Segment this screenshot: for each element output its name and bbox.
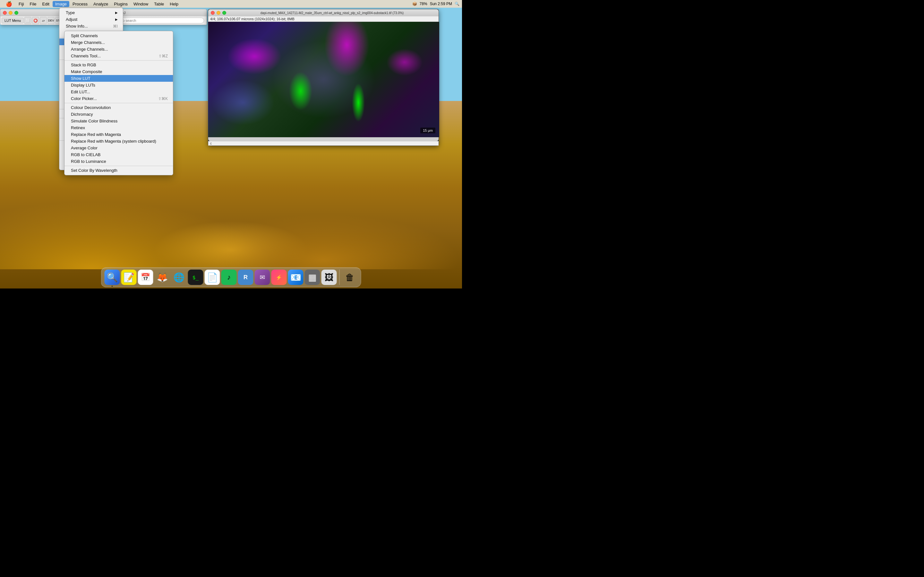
color-menu-edit-lut[interactable]: Edit LUT... bbox=[65, 89, 173, 95]
color-menu-retinex[interactable]: Retinex bbox=[65, 124, 173, 131]
image-footer: c bbox=[208, 141, 439, 145]
image-title: dapi-muted_MAX_142711-M2_male_35um_ctrl-… bbox=[228, 11, 436, 15]
dock-separator bbox=[339, 269, 340, 285]
dock-chrome[interactable]: 🌐 bbox=[171, 269, 187, 285]
dock-finder[interactable]: 🔍 bbox=[105, 269, 120, 285]
dock-rstudio[interactable]: R bbox=[238, 269, 254, 285]
dock-calendar[interactable]: 📅 bbox=[138, 269, 153, 285]
color-menu-stack-to-rgb[interactable]: Stack to RGB bbox=[65, 61, 173, 68]
color-menu-replace-red-magenta-clipboard[interactable]: Replace Red with Magenta (system clipboa… bbox=[65, 138, 173, 145]
color-menu-rgb-to-luminance[interactable]: RGB to Luminance bbox=[65, 158, 173, 165]
datetime-display: Sun 2:59 PM bbox=[430, 2, 452, 6]
minimize-button[interactable] bbox=[9, 11, 13, 15]
color-menu-average-color[interactable]: Average Color bbox=[65, 145, 173, 151]
files-icon: 📄 bbox=[207, 272, 218, 283]
trash-icon: 🗑 bbox=[346, 272, 355, 283]
dock-app1[interactable]: ✉ bbox=[255, 269, 270, 285]
color-menu-rgb-to-cielab[interactable]: RGB to CIELAB bbox=[65, 151, 173, 158]
jetbrains-icon: ⚡ bbox=[276, 274, 282, 280]
mail-icon: 📧 bbox=[290, 272, 301, 283]
rstudio-icon: R bbox=[244, 274, 248, 281]
color-menu-display-luts[interactable]: Display LUTs bbox=[65, 82, 173, 89]
calendar-icon: 📅 bbox=[141, 273, 150, 282]
menubar-table[interactable]: Table bbox=[152, 1, 166, 7]
image-info-bar: 4/4; 106.07x106.07 microns (1024x1024); … bbox=[208, 16, 439, 22]
desert-hills bbox=[0, 173, 462, 269]
dock-mail[interactable]: 📧 bbox=[288, 269, 304, 285]
color-submenu: Split Channels Merge Channels... Arrange… bbox=[64, 31, 173, 175]
lut-menu-button[interactable]: LUT Menu bbox=[2, 18, 24, 23]
close-button[interactable] bbox=[3, 11, 7, 15]
terminal-icon: $_ bbox=[192, 274, 199, 280]
dock-jetbrains[interactable]: ⚡ bbox=[271, 269, 287, 285]
menu-item-type[interactable]: Type ▶ bbox=[59, 9, 123, 16]
dock-spotify[interactable]: ♪ bbox=[221, 269, 237, 285]
color-menu-colour-deconvolution[interactable]: Colour Deconvolution bbox=[65, 104, 173, 111]
toolbar-poly-select[interactable]: ▱ bbox=[40, 17, 47, 24]
menubar-edit[interactable]: Edit bbox=[40, 1, 52, 7]
dock-app2[interactable]: ▦ bbox=[305, 269, 320, 285]
menubar-left: 🍎 Fiji File Edit Image Process Analyze P… bbox=[3, 0, 181, 8]
dock-terminal[interactable]: $_ bbox=[188, 269, 204, 285]
image-maximize-button[interactable] bbox=[222, 11, 226, 15]
color-menu-color-picker[interactable]: Color Picker... ⇧⌘K bbox=[65, 95, 173, 102]
menubar-plugins[interactable]: Plugins bbox=[111, 1, 130, 7]
dock-firefox[interactable]: 🦊 bbox=[155, 269, 170, 285]
color-menu-arrange-channels[interactable]: Arrange Channels... bbox=[65, 46, 173, 53]
color-menu-dichromacy[interactable]: Dichromacy bbox=[65, 111, 173, 118]
menubar-help[interactable]: Help bbox=[167, 1, 181, 7]
app1-icon: ✉ bbox=[260, 274, 265, 281]
color-menu-channels-tool[interactable]: Channels Tool... ⇧⌘Z bbox=[65, 53, 173, 59]
battery-status: 78% bbox=[420, 2, 427, 6]
color-menu-simulate-color-blindness[interactable]: Simulate Color Blindness bbox=[65, 118, 173, 124]
menubar-right: 📦 78% Sun 2:59 PM 🔍 bbox=[412, 2, 459, 6]
scale-bar: 15 μm bbox=[420, 127, 435, 133]
menubar: 🍎 Fiji File Edit Image Process Analyze P… bbox=[0, 0, 462, 8]
menubar-file[interactable]: File bbox=[27, 1, 39, 7]
dock-photos[interactable]: 🖼 bbox=[321, 269, 337, 285]
dock-files[interactable]: 📄 bbox=[205, 269, 220, 285]
arrow-icon: ▶ bbox=[115, 11, 118, 15]
microscopy-image bbox=[208, 22, 439, 137]
photos-icon: 🖼 bbox=[325, 272, 334, 283]
image-canvas: 15 μm bbox=[208, 22, 439, 137]
menubar-window[interactable]: Window bbox=[131, 1, 151, 7]
chrome-icon: 🌐 bbox=[173, 272, 184, 283]
dock-trash[interactable]: 🗑 bbox=[342, 269, 358, 285]
spotify-icon: ♪ bbox=[227, 273, 231, 282]
maximize-button[interactable] bbox=[15, 11, 18, 15]
dock-dot bbox=[111, 285, 113, 287]
menubar-process[interactable]: Process bbox=[70, 1, 90, 7]
image-minimize-button[interactable] bbox=[216, 11, 220, 15]
arrow-icon: ▶ bbox=[115, 18, 118, 21]
toolbar-oval-select[interactable]: ⭕ bbox=[32, 17, 39, 24]
app2-icon: ▦ bbox=[309, 272, 317, 283]
image-scrollbar[interactable] bbox=[208, 137, 439, 141]
color-menu-show-lut[interactable]: Show LUT bbox=[65, 75, 173, 82]
image-close-button[interactable] bbox=[211, 11, 215, 15]
image-titlebar: dapi-muted_MAX_142711-M2_male_35um_ctrl-… bbox=[208, 9, 439, 16]
menu-item-show-info[interactable]: Show Info... ⌘I bbox=[59, 23, 123, 29]
image-window: dapi-muted_MAX_142711-M2_male_35um_ctrl-… bbox=[208, 9, 439, 146]
color-menu-set-color-by-wavelength[interactable]: Set Color By Wavelength bbox=[65, 167, 173, 174]
menu-item-adjust[interactable]: Adjust ▶ bbox=[59, 16, 123, 23]
color-menu-make-composite[interactable]: Make Composite bbox=[65, 68, 173, 75]
apple-menu[interactable]: 🍎 bbox=[3, 0, 15, 8]
dock-notes[interactable]: 📝 bbox=[121, 269, 137, 285]
search-icon[interactable]: 🔍 bbox=[455, 2, 459, 6]
menubar-analyze[interactable]: Analyze bbox=[91, 1, 111, 7]
firefox-icon: 🦊 bbox=[157, 272, 168, 283]
finder-icon: 🔍 bbox=[107, 272, 118, 283]
menubar-fiji[interactable]: Fiji bbox=[16, 1, 27, 7]
toolbar-rect-select[interactable]: ⬜ bbox=[24, 17, 31, 24]
separator bbox=[65, 166, 173, 166]
color-menu-split-channels[interactable]: Split Channels bbox=[65, 32, 173, 39]
menubar-image[interactable]: Image bbox=[53, 1, 69, 7]
color-menu-replace-red-magenta[interactable]: Replace Red with Magenta bbox=[65, 131, 173, 138]
dropbox-icon: 📦 bbox=[412, 2, 417, 6]
toolbar-dev[interactable]: DEV bbox=[47, 17, 55, 24]
color-menu-merge-channels[interactable]: Merge Channels... bbox=[65, 39, 173, 46]
dock: 🔍 📝 📅 🦊 🌐 $_ 📄 ♪ R ✉ ⚡ 📧 ▦ 🖼 🗑 bbox=[101, 268, 361, 287]
notes-icon: 📝 bbox=[123, 272, 134, 283]
separator bbox=[65, 60, 173, 61]
